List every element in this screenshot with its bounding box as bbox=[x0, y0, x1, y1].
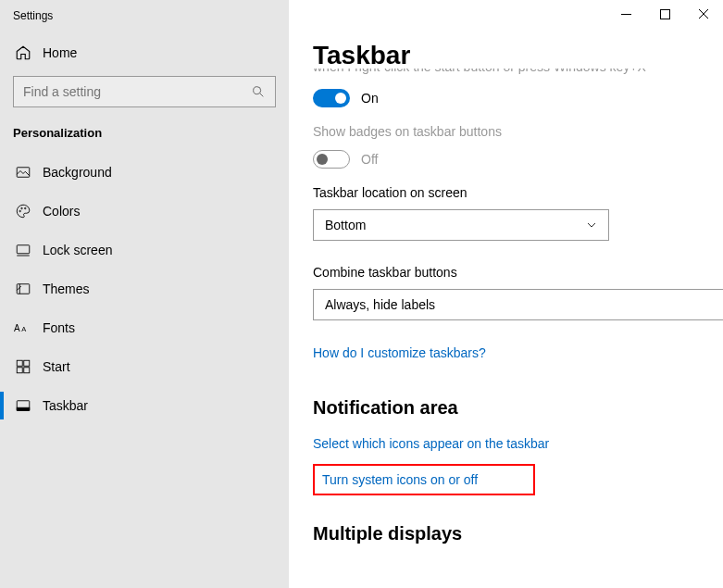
sidebar-item-label: Lock screen bbox=[43, 243, 112, 257]
window-title: Settings bbox=[0, 0, 289, 37]
maximize-button[interactable] bbox=[645, 0, 684, 28]
close-button[interactable] bbox=[684, 0, 723, 28]
select-value: Bottom bbox=[325, 218, 366, 232]
nav-list: Background Colors Lock screen Themes AA … bbox=[0, 153, 289, 588]
picture-icon bbox=[13, 164, 33, 181]
lock-screen-icon bbox=[13, 242, 33, 258]
toggle-label: On bbox=[361, 91, 379, 106]
svg-point-0 bbox=[254, 87, 261, 94]
sidebar-item-label: Colors bbox=[43, 204, 80, 219]
notification-area-header: Notification area bbox=[313, 397, 723, 419]
toggle-label: Off bbox=[361, 152, 378, 167]
sidebar-item-label: Start bbox=[43, 359, 70, 374]
sidebar-item-colors[interactable]: Colors bbox=[0, 192, 289, 231]
svg-point-4 bbox=[25, 207, 27, 209]
customize-link[interactable]: How do I customize taskbars? bbox=[313, 345, 486, 360]
sidebar-item-lock-screen[interactable]: Lock screen bbox=[0, 231, 289, 269]
svg-text:A: A bbox=[14, 323, 20, 333]
svg-rect-14 bbox=[17, 407, 30, 410]
combine-select[interactable]: Always, hide labels bbox=[313, 289, 723, 320]
toggle-switch-off[interactable] bbox=[313, 150, 350, 169]
sidebar-item-start[interactable]: Start bbox=[0, 347, 289, 386]
sidebar-item-label: Fonts bbox=[43, 320, 75, 335]
truncated-setting-text: when I right-click the start button or p… bbox=[313, 69, 723, 78]
svg-rect-10 bbox=[24, 360, 30, 366]
content-area: Taskbar when I right-click the start but… bbox=[289, 0, 723, 561]
select-icons-link[interactable]: Select which icons appear on the taskbar bbox=[313, 436, 549, 451]
taskbar-icon bbox=[13, 397, 33, 414]
themes-icon bbox=[13, 281, 33, 297]
combine-label: Combine taskbar buttons bbox=[313, 265, 723, 280]
sidebar-item-taskbar[interactable]: Taskbar bbox=[0, 386, 289, 425]
svg-rect-15 bbox=[660, 9, 669, 19]
svg-point-2 bbox=[19, 210, 21, 212]
sidebar: Settings Home Personalization Background… bbox=[0, 0, 289, 588]
toggle-row-context-menu: On bbox=[313, 89, 723, 107]
svg-text:A: A bbox=[21, 325, 26, 333]
page-title: Taskbar bbox=[313, 41, 723, 70]
highlight-annotation: Turn system icons on or off bbox=[313, 464, 535, 495]
home-label: Home bbox=[43, 45, 77, 60]
sidebar-item-label: Background bbox=[43, 165, 112, 180]
window-controls bbox=[606, 0, 723, 28]
multiple-displays-header: Multiple displays bbox=[313, 523, 723, 544]
svg-point-3 bbox=[21, 207, 23, 209]
sidebar-item-label: Themes bbox=[43, 281, 90, 296]
svg-rect-5 bbox=[17, 245, 30, 254]
sidebar-item-label: Taskbar bbox=[43, 398, 88, 413]
system-icons-link[interactable]: Turn system icons on or off bbox=[322, 472, 478, 487]
main-panel: Taskbar when I right-click the start but… bbox=[289, 0, 723, 588]
search-icon bbox=[251, 84, 266, 99]
sidebar-item-themes[interactable]: Themes bbox=[0, 269, 289, 308]
svg-rect-11 bbox=[17, 368, 22, 373]
section-title: Personalization bbox=[0, 126, 289, 153]
home-nav[interactable]: Home bbox=[0, 37, 289, 76]
search-input-container[interactable] bbox=[13, 76, 276, 107]
toggle-switch-on[interactable] bbox=[313, 89, 350, 107]
select-value: Always, hide labels bbox=[325, 297, 435, 312]
location-label: Taskbar location on screen bbox=[313, 185, 723, 200]
sidebar-item-background[interactable]: Background bbox=[0, 153, 289, 192]
sidebar-item-fonts[interactable]: AA Fonts bbox=[0, 308, 289, 347]
location-select[interactable]: Bottom bbox=[313, 209, 609, 241]
minimize-button[interactable] bbox=[606, 0, 645, 28]
badges-label: Show badges on taskbar buttons bbox=[313, 124, 723, 139]
chevron-down-icon bbox=[586, 219, 597, 231]
palette-icon bbox=[13, 203, 33, 219]
fonts-icon: AA bbox=[13, 319, 33, 336]
svg-rect-9 bbox=[17, 360, 22, 366]
svg-rect-12 bbox=[24, 368, 30, 373]
start-icon bbox=[13, 358, 33, 375]
home-icon bbox=[13, 44, 33, 61]
search-input[interactable] bbox=[23, 84, 251, 99]
toggle-row-badges: Off bbox=[313, 150, 723, 169]
